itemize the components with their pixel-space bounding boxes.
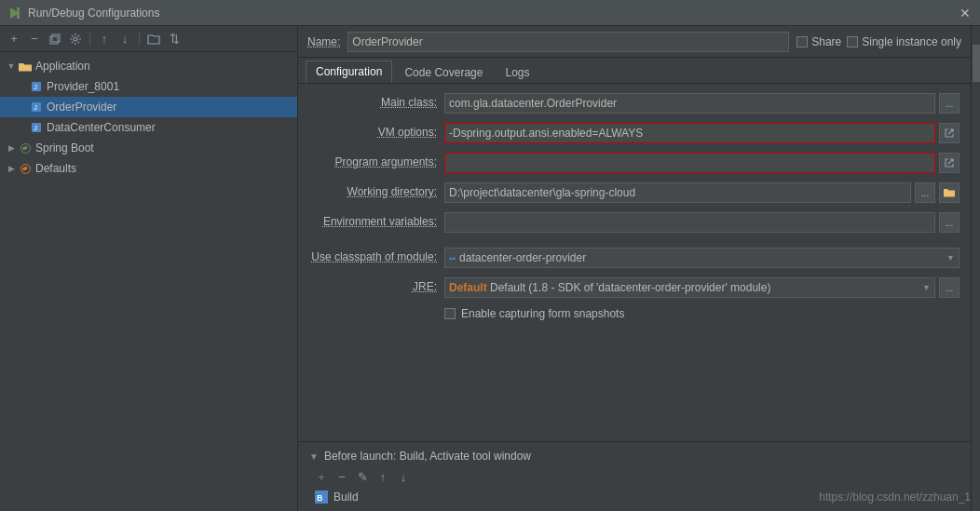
left-panel: + − ↑ ↓ ⇅ <box>0 26 298 511</box>
tree-item-order-provider[interactable]: J OrderProvider <box>0 97 297 117</box>
share-checkbox-area: Share <box>796 35 841 48</box>
classpath-select[interactable]: ▪▪ datacenter-order-provider ▼ <box>444 248 960 268</box>
program-args-input[interactable] <box>444 153 935 173</box>
capture-snapshots-label: Enable capturing form snapshots <box>461 307 624 320</box>
tab-logs[interactable]: Logs <box>495 61 539 83</box>
before-launch-down-button[interactable]: ↓ <box>395 468 412 485</box>
tree-item-provider-8001[interactable]: J Provider_8001 <box>0 76 297 97</box>
svg-text:B: B <box>317 493 323 503</box>
jre-control: Default Default (1.8 - SDK of 'datacente… <box>444 277 960 298</box>
single-instance-checkbox[interactable] <box>847 36 858 47</box>
name-input[interactable] <box>347 32 789 52</box>
tree-item-spring-boot-label: Spring Boot <box>35 141 94 155</box>
right-scrollbar[interactable] <box>971 26 980 511</box>
env-vars-input[interactable] <box>444 212 935 233</box>
svg-rect-3 <box>52 34 60 42</box>
working-dir-control: ... <box>444 182 960 203</box>
expand-provider-icon <box>17 81 28 92</box>
build-label: Build <box>333 491 359 504</box>
config-content: Main class: ... VM options: <box>298 84 971 441</box>
working-dir-input[interactable] <box>444 182 911 203</box>
jre-row: JRE: Default Default (1.8 - SDK of 'data… <box>309 277 960 300</box>
before-launch-up-button[interactable]: ↑ <box>374 468 391 485</box>
vm-options-external-button[interactable] <box>939 123 960 143</box>
single-instance-label: Single instance only <box>862 35 961 48</box>
watermark: https://blog.csdn.net/zzhuan_1 <box>819 491 971 504</box>
title-bar-title: Run/Debug Configurations <box>28 7 958 20</box>
env-vars-browse-button[interactable]: ... <box>939 212 960 233</box>
svg-point-4 <box>74 37 77 41</box>
main-class-input[interactable] <box>444 93 935 114</box>
sort-button[interactable]: ⇅ <box>166 31 183 47</box>
title-bar: Run/Debug Configurations ✕ <box>0 0 980 26</box>
share-checkbox[interactable] <box>796 36 808 47</box>
jre-browse-button[interactable]: ... <box>939 277 960 298</box>
jre-select[interactable]: Default Default (1.8 - SDK of 'datacente… <box>444 277 935 298</box>
classpath-value: datacenter-order-provider <box>459 251 586 264</box>
program-args-label: Program arguments: <box>309 153 444 168</box>
tab-code-coverage[interactable]: Code Coverage <box>394 61 493 83</box>
working-dir-folder-button[interactable] <box>939 182 960 203</box>
before-launch-header: ▼ Before launch: Build, Activate tool wi… <box>309 450 960 463</box>
classpath-dropdown-icon: ▼ <box>946 253 955 262</box>
main-class-browse-button[interactable]: ... <box>939 93 960 114</box>
toolbar-separator-1 <box>89 33 90 46</box>
close-button[interactable]: ✕ <box>958 6 973 20</box>
single-instance-checkbox-area: Single instance only <box>847 35 961 48</box>
tree-item-spring-boot[interactable]: ▶ Spring Boot <box>0 138 297 158</box>
expand-defaults-icon: ▶ <box>6 163 17 174</box>
build-icon: B <box>315 491 328 504</box>
tree-item-datacenter-consumer[interactable]: J DataCenterConsumer <box>0 117 297 138</box>
vm-options-label: VM options: <box>309 123 444 139</box>
svg-rect-1 <box>17 7 20 19</box>
tree-item-application[interactable]: ▼ Application <box>0 56 297 76</box>
tree-item-provider-8001-label: Provider_8001 <box>47 80 119 93</box>
tree-item-defaults[interactable]: ▶ Defaults <box>0 158 297 179</box>
config-tree: ▼ Application J Provider_8001 <box>0 52 297 511</box>
copy-config-button[interactable] <box>47 31 63 47</box>
toolbar-separator-2 <box>139 33 140 46</box>
classpath-row: Use classpath of module: ▪▪ datacenter-o… <box>309 248 960 270</box>
tab-configuration[interactable]: Configuration <box>306 61 392 83</box>
expand-consumer-icon <box>17 122 28 133</box>
vm-options-input[interactable] <box>444 123 935 143</box>
main-class-control: ... <box>444 93 960 114</box>
order-provider-app-icon: J <box>30 101 43 114</box>
provider-app-icon: J <box>30 80 43 93</box>
before-launch-collapse-icon[interactable]: ▼ <box>309 451 319 462</box>
env-vars-control: ... <box>444 212 960 233</box>
capture-snapshots-checkbox[interactable] <box>444 308 456 319</box>
env-vars-label: Environment variables: <box>309 212 444 228</box>
remove-config-button[interactable]: − <box>26 31 43 47</box>
vm-options-control <box>444 123 960 143</box>
share-area: Share Single instance only <box>796 35 961 48</box>
folder-button[interactable] <box>145 31 162 47</box>
tree-item-defaults-label: Defaults <box>35 162 76 175</box>
before-launch-remove-button[interactable]: − <box>333 468 350 485</box>
capture-snapshots-row: Enable capturing form snapshots <box>444 307 960 320</box>
name-label: Name: <box>307 35 340 48</box>
share-label: Share <box>811 35 841 48</box>
expand-spring-icon: ▶ <box>6 142 17 154</box>
add-config-button[interactable]: + <box>6 31 22 47</box>
jre-value: Default Default (1.8 - SDK of 'datacente… <box>449 281 770 294</box>
tree-item-application-label: Application <box>35 60 90 73</box>
spring-boot-icon <box>19 141 32 155</box>
move-up-button[interactable]: ↑ <box>96 31 113 47</box>
svg-rect-2 <box>50 36 58 44</box>
working-dir-browse-button[interactable]: ... <box>915 182 935 203</box>
move-down-button[interactable]: ↓ <box>116 31 133 47</box>
application-folder-icon <box>19 60 32 73</box>
expand-application-icon: ▼ <box>6 61 17 72</box>
before-launch-add-button[interactable]: + <box>313 468 330 485</box>
tree-item-order-provider-label: OrderProvider <box>47 101 116 114</box>
tabs-bar: Configuration Code Coverage Logs <box>298 58 971 84</box>
program-args-external-button[interactable] <box>939 153 960 173</box>
before-launch-edit-button[interactable]: ✎ <box>354 468 371 485</box>
settings-config-button[interactable] <box>67 31 84 47</box>
jre-label: JRE: <box>309 277 444 293</box>
program-args-control <box>444 153 960 173</box>
main-class-label: Main class: <box>309 93 444 109</box>
right-scrollbar-thumb[interactable] <box>973 45 980 82</box>
svg-text:J: J <box>34 83 37 91</box>
